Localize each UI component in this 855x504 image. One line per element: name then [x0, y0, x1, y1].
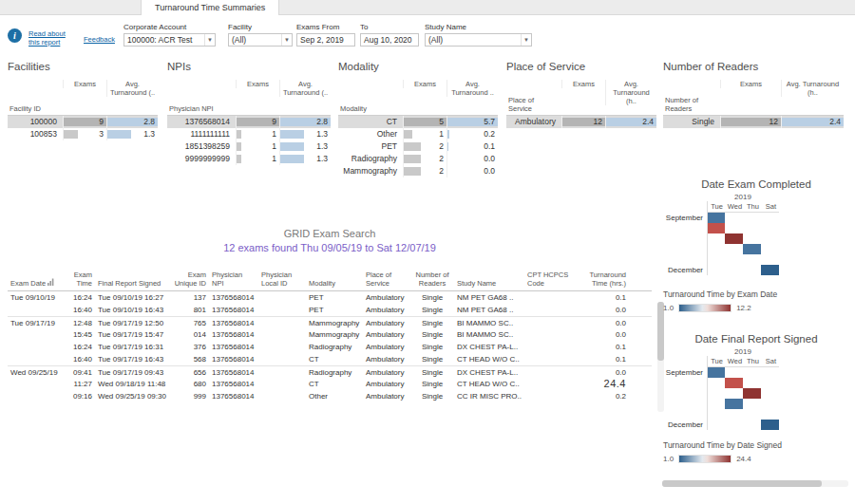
- column-header[interactable]: Number of Readers: [410, 271, 454, 288]
- column-header[interactable]: Exam Date: [8, 278, 61, 288]
- exam-row[interactable]: 16:24Tue 09/17/19 16:313761376568014Radi…: [8, 341, 652, 353]
- dim-header[interactable]: Number of Readers: [663, 96, 720, 115]
- panel-title: Facilities: [8, 61, 158, 72]
- avg-turnaround-header[interactable]: Avg. Turnaround ..: [446, 80, 498, 97]
- heatmap-cell[interactable]: [761, 265, 779, 275]
- exams-to-date-input[interactable]: Aug 10, 2020: [360, 33, 419, 47]
- date-value: Aug 10, 2020: [364, 35, 412, 45]
- month-label: [663, 223, 707, 233]
- avg-turnaround-header[interactable]: Avg. Turnaround (h..: [781, 80, 844, 97]
- cell: Radiography: [306, 341, 363, 353]
- heatmap-cell: [761, 399, 779, 409]
- cell: [258, 328, 306, 341]
- column-header[interactable]: Turnaround Time (hrs.): [574, 271, 629, 288]
- heatmap-cell[interactable]: [725, 378, 743, 388]
- avg-turnaround-header[interactable]: Avg. Turnaround (..: [106, 80, 158, 97]
- horizontal-scrollbar-thumb[interactable]: [662, 480, 822, 487]
- dim-header[interactable]: Facility ID: [8, 104, 63, 115]
- exam-row[interactable]: Tue 09/17/1912:48Tue 09/17/19 12:5076513…: [8, 316, 652, 328]
- heatmap-cell[interactable]: [761, 420, 779, 430]
- column-header[interactable]: Final Report Signed: [95, 279, 169, 288]
- avg-bar: [107, 130, 131, 139]
- column-header[interactable]: Exam Unique ID: [169, 271, 209, 288]
- exam-row[interactable]: 15:45Tue 09/17/19 15:470141376568014Mamm…: [8, 328, 652, 341]
- heatmap-cell[interactable]: [707, 223, 725, 233]
- day-header: Wed: [726, 356, 744, 366]
- cell: 11:27: [61, 378, 95, 390]
- exam-row[interactable]: Wed 09/25/1909:41Tue 09/17/19 09:4365613…: [8, 365, 652, 378]
- exam-row[interactable]: 16:40Tue 09/17/19 16:435681376568014CTAm…: [8, 353, 652, 365]
- legend-title: Turnaround Time by Exam Date: [663, 289, 777, 299]
- summary-row[interactable]: 10000092.8: [8, 116, 158, 128]
- column-header[interactable]: Place of Service: [363, 271, 410, 288]
- column-header[interactable]: CPT HCPCS Code: [524, 271, 574, 288]
- exams-header[interactable]: Exams: [403, 80, 446, 88]
- cell: 24.4: [574, 378, 629, 390]
- dim-header[interactable]: Place of Service: [506, 96, 561, 115]
- heatmap-cell[interactable]: [725, 233, 743, 244]
- heatmap-row: September: [663, 213, 849, 223]
- heatmap-cell: [761, 233, 779, 244]
- exam-row[interactable]: Tue 09/10/1916:24Tue 09/10/19 16:2713713…: [8, 291, 652, 304]
- avg-turnaround-header[interactable]: Avg. Turnaround (h..: [605, 80, 656, 105]
- heatmap-cell: [707, 378, 725, 388]
- summary-row[interactable]: 111111111111.3: [167, 128, 331, 140]
- heatmap-cell: [725, 213, 743, 223]
- facility-dropdown[interactable]: (All) ▼: [228, 33, 293, 47]
- heatmap-cell[interactable]: [725, 399, 743, 409]
- column-header[interactable]: Modality: [306, 279, 363, 288]
- exams-header[interactable]: Exams: [236, 80, 279, 88]
- exam-row[interactable]: 11:27Wed 09/18/19 11:486801376568014CTAm…: [8, 378, 652, 390]
- read-link-line2: this report: [28, 38, 66, 47]
- color-gradient-bar: [678, 304, 732, 312]
- cell: 12:48: [61, 317, 95, 328]
- column-header[interactable]: Study Name: [454, 279, 524, 288]
- tab-turnaround-time-summaries[interactable]: Turnaround Time Summaries: [141, 0, 279, 15]
- avg-value: 2.8: [316, 116, 328, 128]
- info-icon[interactable]: i: [8, 28, 22, 43]
- summary-row[interactable]: 10085331.3: [8, 128, 158, 140]
- dim-header[interactable]: Physician NPI: [167, 104, 236, 115]
- summary-row[interactable]: Other10.2: [338, 128, 498, 140]
- avg-turnaround-header[interactable]: Avg. Turnaround (..: [279, 80, 331, 97]
- column-header[interactable]: Physician Local ID: [258, 271, 306, 288]
- avg-value: 1.3: [316, 128, 328, 140]
- cell: 656: [169, 366, 209, 378]
- summary-row[interactable]: 185139825911.3: [167, 140, 331, 153]
- exam-row[interactable]: 09:16Wed 09/25/19 09:309991376568014Othe…: [8, 390, 652, 402]
- heatmap-cell: [743, 409, 761, 420]
- heatmap-cell[interactable]: [707, 367, 725, 378]
- exam-row[interactable]: 16:40Tue 09/10/19 16:438011376568014PETA…: [8, 304, 652, 316]
- avg-cell: 1.3: [279, 153, 331, 165]
- number-of-readers-panel: Number of Readers Number of Readers Exam…: [663, 61, 844, 128]
- month-label: December: [663, 265, 707, 275]
- column-header[interactable]: Exam Time: [61, 271, 95, 288]
- summary-row[interactable]: Single122.4: [663, 116, 844, 128]
- avg-cell: 2.4: [781, 116, 844, 128]
- summary-row[interactable]: 999999999911.3: [167, 153, 331, 165]
- heatmap-cell[interactable]: [743, 244, 761, 254]
- summary-row[interactable]: Radiography20.0: [338, 153, 498, 165]
- exams-from-date-input[interactable]: Sep 2, 2019: [296, 33, 355, 47]
- summary-row[interactable]: 137656801492.8: [167, 116, 331, 128]
- heatmap-cell[interactable]: [743, 388, 761, 399]
- column-header[interactable]: Physician NPI: [209, 271, 258, 288]
- heatmap-cell: [707, 233, 725, 244]
- summary-row[interactable]: Ambulatory122.4: [506, 116, 656, 128]
- exams-value: 9: [99, 116, 104, 128]
- exams-header[interactable]: Exams: [63, 80, 106, 88]
- summary-row[interactable]: CT55.7: [338, 116, 498, 128]
- exams-header[interactable]: Exams: [561, 80, 605, 88]
- heatmap-cell[interactable]: [707, 213, 725, 223]
- corporate-account-dropdown[interactable]: 100000: ACR Test ▼: [124, 33, 216, 47]
- feedback-link[interactable]: Feedback: [84, 35, 115, 44]
- dim-header[interactable]: Modality: [338, 104, 403, 115]
- heatmap-row: [663, 399, 849, 409]
- summary-row[interactable]: Mammography20.0: [338, 165, 498, 177]
- legend-min: 1.0: [663, 304, 674, 312]
- chevron-down-icon: ▼: [204, 34, 215, 46]
- read-about-report-link[interactable]: Read about this report: [28, 29, 66, 47]
- summary-row[interactable]: PET20.1: [338, 140, 498, 153]
- study-name-dropdown[interactable]: (All) ▼: [425, 33, 532, 47]
- exams-header[interactable]: Exams: [720, 80, 781, 88]
